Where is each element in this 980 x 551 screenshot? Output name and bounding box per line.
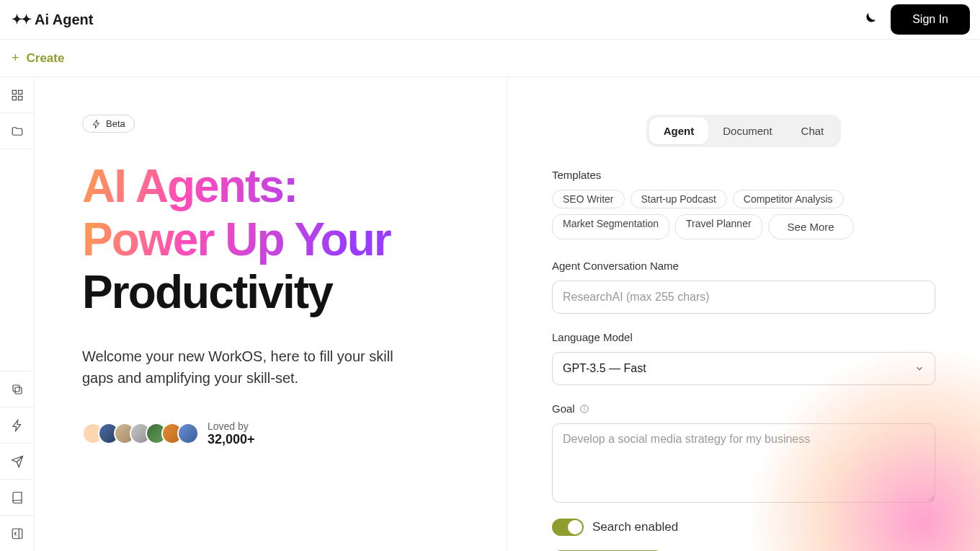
conversation-name-label: Agent Conversation Name	[552, 260, 935, 272]
svg-point-9	[584, 407, 584, 407]
chip-see-more[interactable]: See More	[768, 214, 854, 239]
loved-by-text: Loved by 32,000+	[208, 420, 255, 447]
svg-rect-5	[13, 385, 19, 392]
loved-by-number: 32,000+	[208, 432, 255, 447]
svg-rect-1	[18, 90, 22, 94]
sidebar-bottom	[0, 371, 34, 551]
sidebar-top	[0, 77, 34, 149]
sidebar-item-collapse[interactable]	[0, 515, 34, 551]
create-button[interactable]: + Create	[12, 50, 64, 66]
folder-icon	[11, 125, 24, 138]
loved-by-label: Loved by	[208, 420, 255, 432]
goal-label-text: Goal	[552, 402, 575, 415]
copy-icon	[11, 383, 24, 396]
info-icon[interactable]	[579, 404, 589, 414]
avatar-stack	[82, 423, 199, 444]
svg-rect-3	[18, 96, 22, 100]
avatar	[177, 423, 199, 444]
sidebar-item-book[interactable]	[0, 479, 34, 515]
template-chips: SEO Writer Start-up Podcast Competitor A…	[552, 190, 935, 239]
book-icon	[11, 491, 24, 504]
brand[interactable]: ✦✦ Ai Agent	[12, 12, 93, 28]
hero-title-line2: Power Up Your	[82, 213, 462, 267]
hero-title-line3: Productivity	[82, 266, 462, 319]
sparkle-icon: ✦✦	[12, 12, 30, 27]
header-right: Sign In	[860, 4, 970, 35]
chip-travel-planner[interactable]: Travel Planner	[675, 214, 762, 239]
sidebar-item-send[interactable]	[0, 443, 34, 479]
chip-seo-writer[interactable]: SEO Writer	[552, 190, 625, 208]
hero-panel: Beta AI Agents: Power Up Your Productivi…	[35, 77, 507, 551]
main: Beta AI Agents: Power Up Your Productivi…	[35, 77, 980, 551]
language-model-value: GPT-3.5 — Fast	[563, 362, 646, 375]
sign-in-button[interactable]: Sign In	[891, 4, 970, 35]
dashboard-icon	[11, 89, 24, 102]
sidebar-item-bolt[interactable]	[0, 407, 34, 443]
create-row: + Create	[0, 40, 980, 77]
beta-badge[interactable]: Beta	[82, 115, 135, 133]
sidebar-item-folder[interactable]	[0, 113, 34, 149]
tab-document[interactable]: Document	[708, 118, 786, 144]
search-enabled-row: Search enabled	[552, 519, 935, 536]
templates-label: Templates	[552, 169, 935, 181]
chevron-down-icon	[914, 363, 925, 374]
send-icon	[11, 455, 24, 468]
svg-rect-6	[12, 529, 22, 539]
brand-text: Ai Agent	[35, 12, 93, 28]
collapse-icon	[11, 527, 24, 540]
hero-title-line1: AI Agents:	[82, 160, 462, 213]
tab-agent[interactable]: Agent	[649, 118, 709, 144]
goal-label: Goal	[552, 402, 935, 415]
create-label: Create	[27, 51, 65, 66]
goal-textarea[interactable]	[552, 423, 935, 503]
tab-chat[interactable]: Chat	[787, 118, 839, 144]
bolt-icon	[11, 419, 24, 432]
svg-rect-0	[12, 90, 16, 94]
sidebar-item-copy[interactable]	[0, 371, 34, 407]
chip-competitor-analysis[interactable]: Competitor Analysis	[733, 190, 844, 208]
mode-tabs: Agent Document Chat	[646, 115, 842, 147]
header-bar: ✦✦ Ai Agent Sign In	[0, 0, 980, 40]
hero-subtitle: Welcome your new WorkOS, here to fill yo…	[82, 345, 428, 389]
svg-rect-4	[15, 387, 22, 394]
form-panel: Agent Document Chat Templates SEO Writer…	[507, 77, 980, 551]
sidebar	[0, 77, 35, 551]
beta-label: Beta	[106, 118, 125, 129]
language-model-label: Language Model	[552, 331, 935, 343]
theme-toggle-icon[interactable]	[860, 11, 878, 28]
bolt-icon	[92, 119, 102, 129]
chip-startup-podcast[interactable]: Start-up Podcast	[631, 190, 727, 208]
conversation-name-input[interactable]	[552, 281, 935, 314]
chip-market-segmentation[interactable]: Market Segmentation	[552, 214, 669, 239]
search-enabled-toggle[interactable]	[552, 519, 584, 536]
language-model-select[interactable]: GPT-3.5 — Fast	[552, 352, 935, 385]
search-enabled-label: Search enabled	[592, 520, 678, 534]
plus-icon: +	[12, 50, 19, 66]
hero-title: AI Agents: Power Up Your Productivity	[82, 160, 462, 319]
loved-by: Loved by 32,000+	[82, 420, 462, 447]
sidebar-item-dashboard[interactable]	[0, 77, 34, 113]
svg-rect-2	[12, 96, 16, 100]
body: Beta AI Agents: Power Up Your Productivi…	[0, 77, 980, 551]
